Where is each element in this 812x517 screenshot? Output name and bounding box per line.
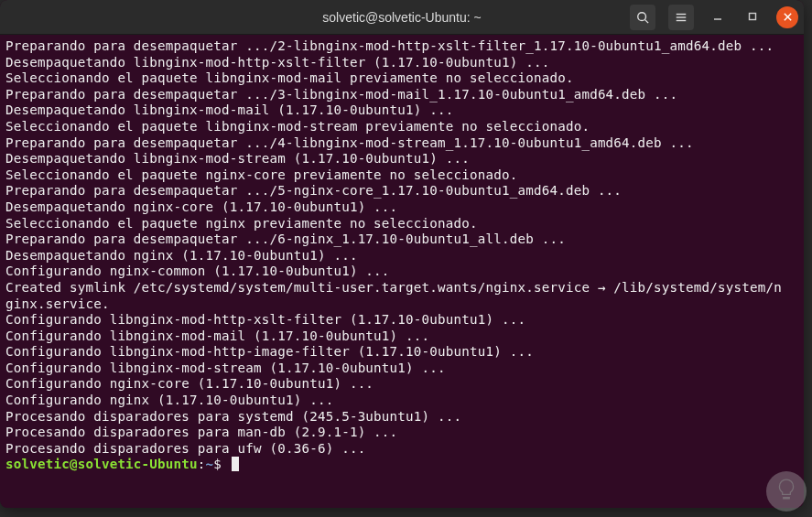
terminal-line: ginx.service. — [5, 296, 798, 313]
terminal-line: Configurando nginx-core (1.17.10-0ubuntu… — [5, 376, 798, 393]
terminal-line: Seleccionando el paquete nginx-core prev… — [5, 167, 798, 184]
prompt-user-host: solvetic@solvetic-Ubuntu — [5, 457, 198, 471]
menu-button[interactable] — [668, 5, 694, 30]
close-button[interactable] — [776, 6, 798, 28]
prompt-colon: : — [198, 457, 206, 471]
terminal-line: Configurando libnginx-mod-http-xslt-filt… — [5, 312, 798, 329]
terminal-line: Configurando nginx (1.17.10-0ubuntu1) ..… — [5, 393, 798, 409]
terminal-prompt-line[interactable]: solvetic@solvetic-Ubuntu:~$ — [5, 457, 798, 473]
search-icon — [636, 11, 649, 24]
prompt-dollar: $ — [213, 457, 229, 471]
svg-rect-6 — [750, 14, 756, 20]
window-title: solvetic@solvetic-Ubuntu: ~ — [322, 10, 481, 25]
terminal-line: Desempaquetando libnginx-mod-http-xslt-f… — [5, 55, 798, 71]
terminal-line: Desempaquetando nginx-core (1.17.10-0ubu… — [5, 199, 798, 216]
terminal-line: Preparando para desempaquetar .../6-ngin… — [5, 232, 798, 248]
terminal-line: Preparando para desempaquetar .../5-ngin… — [5, 183, 798, 199]
terminal-output[interactable]: Preparando para desempaquetar .../2-libn… — [0, 35, 804, 508]
svg-point-0 — [638, 12, 646, 20]
terminal-cursor — [232, 457, 239, 471]
terminal-line: Created symlink /etc/systemd/system/mult… — [5, 280, 798, 296]
terminal-line: Configurando libnginx-mod-http-image-fil… — [5, 344, 798, 361]
minimize-icon — [712, 8, 723, 26]
terminal-line: Desempaquetando nginx (1.17.10-0ubuntu1)… — [5, 248, 798, 264]
terminal-line: Procesando disparadores para systemd (24… — [5, 409, 798, 425]
minimize-button[interactable] — [707, 6, 729, 28]
terminal-line: Configurando libnginx-mod-stream (1.17.1… — [5, 361, 798, 377]
terminal-line: Configurando nginx-common (1.17.10-0ubun… — [5, 264, 798, 280]
terminal-line: Seleccionando el paquete nginx previamen… — [5, 216, 798, 232]
svg-line-1 — [645, 19, 649, 23]
maximize-button[interactable] — [742, 6, 763, 28]
terminal-line: Desempaquetando libnginx-mod-stream (1.1… — [5, 151, 798, 167]
terminal-line: Configurando libnginx-mod-mail (1.17.10-… — [5, 329, 798, 345]
terminal-line: Procesando disparadores para man-db (2.9… — [5, 425, 798, 441]
terminal-line: Seleccionando el paquete libnginx-mod-st… — [5, 119, 798, 135]
titlebar: solvetic@solvetic-Ubuntu: ~ — [0, 0, 804, 35]
terminal-line: Preparando para desempaquetar .../4-libn… — [5, 135, 798, 152]
terminal-line: Preparando para desempaquetar .../3-libn… — [5, 87, 798, 103]
maximize-icon — [747, 8, 758, 26]
terminal-line: Desempaquetando libnginx-mod-mail (1.17.… — [5, 102, 798, 119]
terminal-line: Seleccionando el paquete libnginx-mod-ma… — [5, 70, 798, 87]
terminal-window: solvetic@solvetic-Ubuntu: ~ — [0, 0, 804, 508]
titlebar-controls — [630, 5, 798, 30]
terminal-line: Procesando disparadores para ufw (0.36-6… — [5, 441, 798, 458]
search-button[interactable] — [630, 5, 655, 30]
terminal-line: Preparando para desempaquetar .../2-libn… — [5, 38, 798, 55]
hamburger-icon — [675, 11, 687, 24]
close-icon — [783, 8, 793, 26]
prompt-path: ~ — [206, 457, 214, 471]
